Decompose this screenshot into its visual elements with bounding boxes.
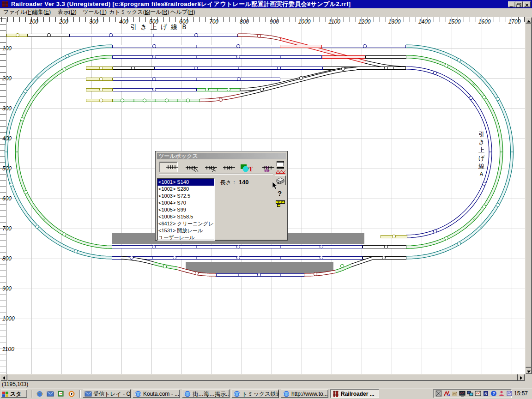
svg-text:1700: 1700	[508, 18, 521, 25]
svg-text:1400: 1400	[418, 18, 431, 25]
svg-text:900: 900	[2, 285, 12, 292]
svg-text:200: 200	[2, 75, 12, 82]
svg-text:1500: 1500	[448, 18, 461, 25]
svg-text:Ｂ: Ｂ	[181, 23, 187, 30]
svg-text:1100: 1100	[2, 346, 14, 352]
svg-text:き: き	[140, 23, 147, 30]
svg-text:1300: 1300	[388, 18, 401, 25]
svg-text:100: 100	[2, 45, 12, 52]
svg-text:800: 800	[2, 255, 12, 262]
svg-text:400: 400	[119, 18, 128, 25]
svg-text:14: 14	[446, 393, 450, 397]
svg-text:700: 700	[2, 225, 12, 232]
svg-text:100: 100	[29, 18, 38, 25]
svg-text:1000: 1000	[2, 315, 15, 322]
svg-text:?: ?	[493, 391, 496, 396]
svg-text:1000: 1000	[298, 18, 311, 25]
svg-text:引: 引	[478, 131, 484, 138]
svg-text:1100: 1100	[328, 18, 340, 25]
svg-text:600: 600	[2, 195, 12, 202]
svg-text:700: 700	[209, 18, 218, 25]
svg-text:引: 引	[130, 23, 137, 30]
svg-text:T: T	[248, 165, 253, 173]
svg-text:1200: 1200	[358, 18, 371, 25]
svg-text:Ａ: Ａ	[478, 170, 484, 177]
svg-text:げ: げ	[478, 155, 485, 162]
svg-text:き: き	[478, 139, 484, 145]
svg-text:200: 200	[59, 18, 68, 25]
svg-text:げ: げ	[161, 23, 168, 30]
svg-text:上: 上	[151, 23, 157, 30]
svg-text:500: 500	[2, 165, 12, 172]
svg-text:300: 300	[2, 105, 12, 112]
svg-text:800: 800	[240, 18, 249, 25]
svg-text:400: 400	[2, 135, 12, 142]
svg-text:線: 線	[170, 23, 177, 30]
svg-text:900: 900	[270, 18, 279, 25]
svg-text:線: 線	[478, 163, 484, 169]
svg-text:上: 上	[478, 146, 484, 153]
svg-text:1600: 1600	[478, 18, 491, 25]
svg-text:S: S	[484, 392, 487, 396]
svg-text:300: 300	[89, 18, 98, 25]
